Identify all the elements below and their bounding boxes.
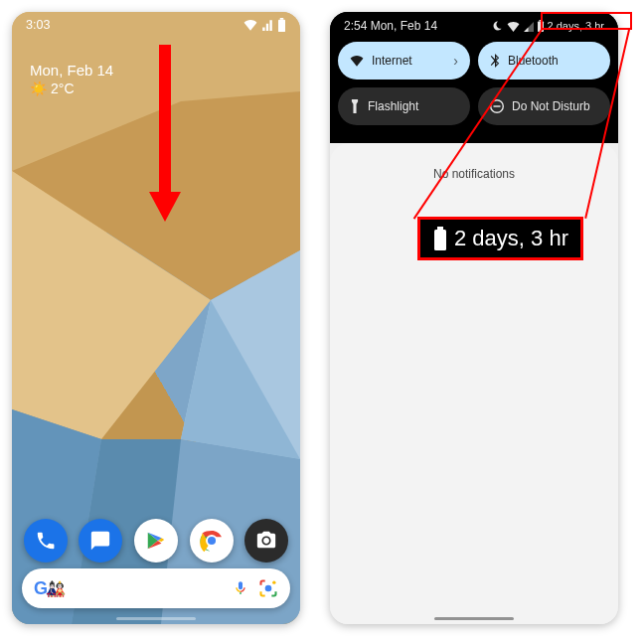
weather-sun-icon: ☀️ <box>30 80 47 96</box>
date-label: Mon, Feb 14 <box>30 62 113 79</box>
flashlight-icon <box>350 99 360 113</box>
svg-rect-15 <box>538 22 544 33</box>
phone-app[interactable] <box>24 519 68 563</box>
status-bar: 3:03 <box>12 12 300 38</box>
chevron-right-icon: › <box>453 53 458 69</box>
qs-flashlight[interactable]: Flashlight <box>338 87 470 125</box>
svg-rect-9 <box>280 18 284 20</box>
qs-bluetooth[interactable]: Bluetooth <box>478 42 610 80</box>
callout-zoom: 2 days, 3 hr <box>417 217 583 260</box>
qs-label: Bluetooth <box>508 54 559 68</box>
battery-icon <box>277 18 286 32</box>
search-bar[interactable]: G 🎎 <box>22 568 290 608</box>
signal-icon <box>261 19 273 31</box>
signal-icon <box>523 21 534 32</box>
wifi-icon <box>507 21 520 32</box>
wifi-icon <box>350 55 364 67</box>
battery-icon <box>432 227 448 250</box>
bedtime-icon <box>492 20 504 32</box>
dock <box>12 519 300 563</box>
chrome-app[interactable] <box>190 519 234 563</box>
qs-label: Flashlight <box>368 99 418 113</box>
status-time: 3:03 <box>26 18 50 32</box>
at-a-glance[interactable]: Mon, Feb 14 ☀️ 2°C <box>30 62 113 96</box>
qs-dnd[interactable]: Do Not Disturb <box>478 87 610 125</box>
play-store-app[interactable] <box>134 519 178 563</box>
status-bar: 2:54 Mon, Feb 14 2 days, 3 hr <box>330 12 618 40</box>
svg-point-13 <box>265 585 272 592</box>
bluetooth-icon <box>490 54 500 68</box>
status-time-date: 2:54 Mon, Feb 14 <box>344 19 437 33</box>
nav-handle[interactable] <box>434 617 514 620</box>
search-doodle-icon: 🎎 <box>46 579 66 598</box>
qs-internet[interactable]: Internet › <box>338 42 470 80</box>
temp-label: 2°C <box>51 80 75 96</box>
svg-rect-8 <box>278 20 285 32</box>
wifi-icon <box>243 19 257 31</box>
messages-app[interactable] <box>79 519 122 563</box>
camera-app[interactable] <box>244 519 288 563</box>
svg-rect-22 <box>437 227 443 230</box>
home-screen: 3:03 Mon, Feb 14 ☀️ 2°C G 🎎 <box>12 12 300 624</box>
mic-icon[interactable] <box>233 578 248 598</box>
weather-row: ☀️ 2°C <box>30 80 113 96</box>
battery-estimate-label: 2 days, 3 hr <box>548 20 604 32</box>
no-notifications-label: No notifications <box>433 167 515 181</box>
qs-label: Internet <box>372 54 412 68</box>
svg-point-14 <box>272 581 275 584</box>
dnd-icon <box>490 99 504 113</box>
qs-label: Do Not Disturb <box>512 99 590 113</box>
svg-rect-21 <box>434 230 446 250</box>
lens-icon[interactable] <box>258 578 278 598</box>
notification-area[interactable]: No notifications <box>330 143 618 624</box>
nav-handle[interactable] <box>116 617 196 620</box>
notification-shade: 2:54 Mon, Feb 14 2 days, 3 hr Internet ›… <box>330 12 618 624</box>
svg-rect-16 <box>539 20 542 22</box>
callout-text: 2 days, 3 hr <box>454 226 568 251</box>
battery-icon <box>537 20 545 32</box>
